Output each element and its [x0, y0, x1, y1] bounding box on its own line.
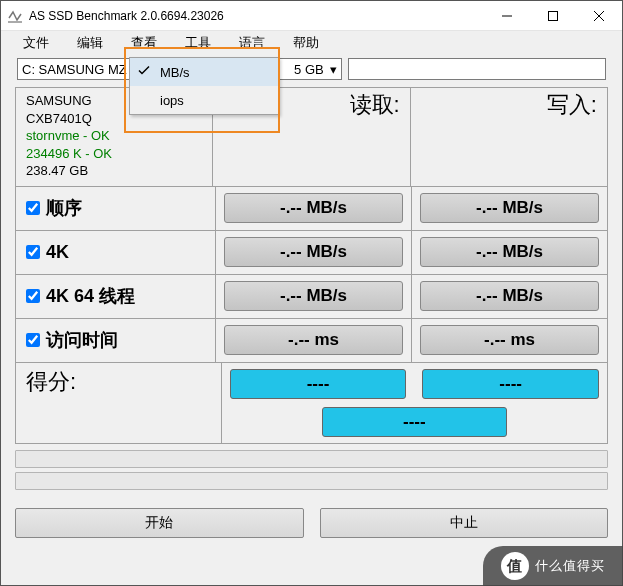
app-icon	[7, 8, 23, 24]
maximize-button[interactable]	[530, 1, 576, 30]
drive-value: C: SAMSUNG MZ	[22, 62, 127, 77]
watermark-icon: 值	[501, 552, 529, 580]
main-panel: SAMSUNG CXB7401Q stornvme - OK 234496 K …	[15, 87, 608, 444]
titlebar: AS SSD Benchmark 2.0.6694.23026	[1, 1, 622, 31]
dropdown-label: MB/s	[160, 65, 190, 80]
progress-area	[15, 450, 608, 494]
watermark: 值 什么值得买	[483, 546, 623, 586]
test-4k: 4K	[16, 231, 216, 274]
menu-help[interactable]: 帮助	[287, 32, 325, 54]
abort-button[interactable]: 中止	[320, 508, 609, 538]
acc-label: 访问时间	[46, 328, 118, 352]
svg-rect-2	[549, 11, 558, 20]
seq-write-result[interactable]: -.-- MB/s	[420, 193, 599, 223]
fk64-write-result[interactable]: -.-- MB/s	[420, 281, 599, 311]
start-button[interactable]: 开始	[15, 508, 304, 538]
minimize-button[interactable]	[484, 1, 530, 30]
dropdown-item-mbs[interactable]: MB/s	[130, 58, 278, 86]
progress-bar-1	[15, 450, 608, 468]
check-icon	[138, 65, 150, 80]
test-seq: 顺序	[16, 187, 216, 230]
acc-read-result[interactable]: -.-- ms	[224, 325, 403, 355]
device-driver: stornvme - OK	[26, 127, 202, 145]
window-title: AS SSD Benchmark 2.0.6694.23026	[29, 9, 484, 23]
close-button[interactable]	[576, 1, 622, 30]
device-align: 234496 K - OK	[26, 145, 202, 163]
fk-label: 4K	[46, 242, 69, 263]
progress-bar-2	[15, 472, 608, 490]
dropdown-label: iops	[160, 93, 184, 108]
screenshot-path-input[interactable]	[348, 58, 606, 80]
menu-file[interactable]: 文件	[17, 32, 55, 54]
menu-edit[interactable]: 编辑	[71, 32, 109, 54]
fk-checkbox[interactable]	[26, 245, 40, 259]
test-access: 访问时间	[16, 319, 216, 362]
size-value: 5 GB	[294, 62, 324, 77]
svg-rect-0	[8, 21, 22, 23]
write-header: 写入:	[411, 88, 607, 186]
seq-read-result[interactable]: -.-- MB/s	[224, 193, 403, 223]
device-capacity: 238.47 GB	[26, 162, 202, 180]
fk64-read-result[interactable]: -.-- MB/s	[224, 281, 403, 311]
toolbar: C: SAMSUNG MZ ▾ 5 GB ▾	[1, 55, 622, 83]
score-total[interactable]: ----	[322, 407, 507, 437]
menu-view[interactable]: 查看	[125, 32, 163, 54]
fk-write-result[interactable]: -.-- MB/s	[420, 237, 599, 267]
score-read[interactable]: ----	[230, 369, 407, 399]
menu-tools[interactable]: 工具	[179, 32, 217, 54]
chevron-down-icon: ▾	[330, 62, 337, 77]
menubar: 文件 编辑 查看 工具 语言 帮助 MB/s iops	[1, 31, 622, 55]
score-label: 得分:	[16, 363, 222, 443]
fk64-label: 4K 64 线程	[46, 284, 135, 308]
view-dropdown: MB/s iops	[129, 57, 279, 115]
watermark-text: 什么值得买	[535, 557, 605, 575]
fk64-checkbox[interactable]	[26, 289, 40, 303]
fk-read-result[interactable]: -.-- MB/s	[224, 237, 403, 267]
menu-language[interactable]: 语言	[233, 32, 271, 54]
acc-checkbox[interactable]	[26, 333, 40, 347]
score-write[interactable]: ----	[422, 369, 599, 399]
test-4k64: 4K 64 线程	[16, 275, 216, 318]
dropdown-item-iops[interactable]: iops	[130, 86, 278, 114]
seq-label: 顺序	[46, 196, 82, 220]
acc-write-result[interactable]: -.-- ms	[420, 325, 599, 355]
seq-checkbox[interactable]	[26, 201, 40, 215]
